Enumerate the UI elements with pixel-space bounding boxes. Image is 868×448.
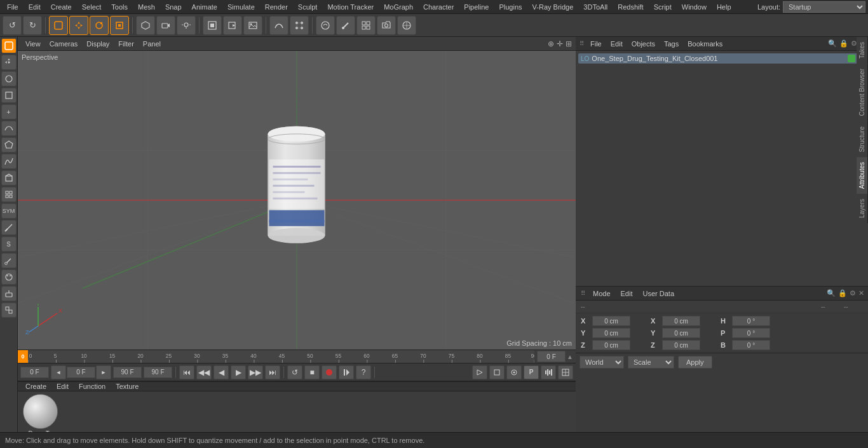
menu-render[interactable]: Render	[261, 2, 292, 12]
left-btn-spline[interactable]	[1, 121, 17, 136]
coord-x-pos[interactable]	[592, 316, 630, 326]
obj-lock-icon[interactable]: 🔒	[839, 39, 848, 48]
vtab-content-browser[interactable]: Content Browser	[857, 64, 868, 121]
menu-script[interactable]: Script	[649, 2, 676, 12]
mode-rotate[interactable]	[90, 16, 109, 35]
material-item[interactable]: Drug_Te	[23, 394, 58, 432]
menu-character[interactable]: Character	[419, 2, 458, 12]
pb-play-back[interactable]: ◀	[214, 365, 229, 379]
vp-menu-panel[interactable]: Panel	[139, 39, 165, 49]
left-btn-knife[interactable]	[1, 220, 17, 235]
redo-button[interactable]: ↻	[23, 16, 42, 35]
attr-menu-edit[interactable]: Edit	[617, 288, 637, 299]
menu-sculpt[interactable]: Sculpt	[294, 2, 322, 12]
mat-menu-edit[interactable]: Edit	[53, 382, 72, 391]
menu-help[interactable]: Help	[712, 2, 736, 12]
obj-menu-tags[interactable]: Tags	[660, 39, 682, 49]
menu-redshift[interactable]: Redshift	[613, 2, 648, 12]
left-btn-model[interactable]	[1, 38, 17, 53]
render-region[interactable]	[203, 16, 222, 35]
menu-mesh[interactable]: Mesh	[133, 2, 159, 12]
mat-menu-function[interactable]: Function	[75, 382, 109, 391]
attr-search-icon[interactable]: 🔍	[827, 289, 836, 297]
vtab-attributes[interactable]: Attributes	[857, 157, 868, 194]
left-btn-select[interactable]	[1, 286, 17, 301]
menu-tools[interactable]: Tools	[107, 2, 132, 12]
attr-lock-icon[interactable]: 🔒	[838, 289, 847, 297]
menu-create[interactable]: Create	[46, 2, 76, 12]
vtab-structure[interactable]: Structure	[857, 121, 868, 158]
coord-y-pos[interactable]	[592, 328, 630, 338]
undo-button[interactable]: ↺	[3, 16, 22, 35]
obj-search-icon[interactable]: 🔍	[828, 39, 837, 48]
tool-polygon[interactable]	[290, 16, 309, 35]
left-btn-scale[interactable]	[1, 88, 17, 103]
mode-model[interactable]	[49, 16, 68, 35]
end-frame-input[interactable]	[113, 367, 142, 378]
menu-snap[interactable]: Snap	[161, 2, 186, 12]
menu-mograph[interactable]: MoGraph	[379, 2, 417, 12]
current-frame-input-2[interactable]	[67, 367, 95, 378]
end-frame-input-2[interactable]	[144, 367, 172, 378]
start-frame-input[interactable]	[20, 367, 49, 378]
menu-pipeline[interactable]: Pipeline	[459, 2, 493, 12]
left-btn-nurbs[interactable]	[1, 154, 17, 169]
obj-menu-bookmarks[interactable]: Bookmarks	[684, 39, 726, 49]
left-btn-deform[interactable]	[1, 170, 17, 186]
menu-simulate[interactable]: Simulate	[223, 2, 259, 12]
apply-button[interactable]: Apply	[678, 356, 712, 369]
coord-z-size[interactable]	[662, 340, 700, 350]
obj-menu-objects[interactable]: Objects	[628, 39, 659, 49]
mode-move[interactable]	[69, 16, 88, 35]
attr-menu-userdata[interactable]: User Data	[639, 288, 679, 299]
pb-motion-4[interactable]: P	[524, 365, 539, 379]
vp-icon-fullscreen[interactable]: ⊞	[566, 39, 572, 48]
coord-x-size[interactable]	[662, 316, 700, 326]
3d-object[interactable]	[261, 121, 334, 253]
pb-record[interactable]	[322, 365, 337, 379]
pb-preview[interactable]	[339, 365, 354, 379]
pb-next[interactable]: ▶▶	[248, 365, 263, 379]
left-btn-sym[interactable]: SYM	[1, 203, 17, 219]
left-btn-material[interactable]: S	[1, 236, 17, 252]
left-btn-rotate[interactable]	[1, 71, 17, 86]
vp-icon-move[interactable]: ✛	[557, 39, 563, 48]
left-btn-paint[interactable]	[1, 253, 17, 268]
object-row[interactable]: LO One_Step_Drug_Testing_Kit_Closed001	[578, 53, 865, 64]
coord-b-rot[interactable]	[732, 340, 770, 350]
render-active[interactable]	[223, 16, 242, 35]
tool-camera[interactable]	[156, 16, 175, 35]
timeline-ruler[interactable]: 0 5 10 15 20 25 30 35	[28, 350, 534, 363]
mat-menu-create[interactable]: Create	[22, 382, 50, 391]
mat-menu-texture[interactable]: Texture	[112, 382, 142, 391]
pb-motion-6[interactable]	[558, 365, 573, 379]
tool-sculpt[interactable]	[316, 16, 335, 35]
menu-select[interactable]: Select	[78, 2, 106, 12]
tool-paint[interactable]	[336, 16, 355, 35]
tool-spline[interactable]	[269, 16, 288, 35]
coord-h-rot[interactable]	[732, 316, 770, 326]
coord-p-rot[interactable]	[732, 328, 770, 338]
tool-camera-2[interactable]	[377, 16, 396, 35]
left-btn-polygon[interactable]	[1, 137, 17, 153]
obj-menu-file[interactable]: File	[587, 39, 606, 49]
world-select[interactable]: World Object	[580, 356, 624, 369]
menu-3dtoall[interactable]: 3DToAll	[579, 2, 612, 12]
tool-light[interactable]	[177, 16, 196, 35]
left-btn-move[interactable]	[1, 55, 17, 70]
pb-motion-2[interactable]	[489, 365, 505, 379]
left-btn-hair[interactable]	[1, 269, 17, 285]
vp-menu-cameras[interactable]: Cameras	[46, 39, 82, 49]
pb-frame-minus[interactable]: ◄	[51, 365, 66, 379]
pb-question[interactable]: ?	[356, 365, 371, 379]
vtab-takes[interactable]: Takes	[857, 37, 868, 64]
vtab-layers[interactable]: Layers	[857, 194, 868, 223]
current-frame-input[interactable]	[537, 351, 566, 362]
tool-lamp[interactable]	[397, 16, 416, 35]
menu-vray[interactable]: V-Ray Bridge	[528, 2, 578, 12]
vp-menu-view[interactable]: View	[22, 39, 44, 49]
attr-settings-icon[interactable]: ⚙	[850, 289, 856, 297]
vp-menu-display[interactable]: Display	[83, 39, 113, 49]
render-picture[interactable]	[243, 16, 262, 35]
3d-viewport[interactable]: X Y Z Perspective Grid Spacing : 10 cm	[18, 51, 576, 350]
